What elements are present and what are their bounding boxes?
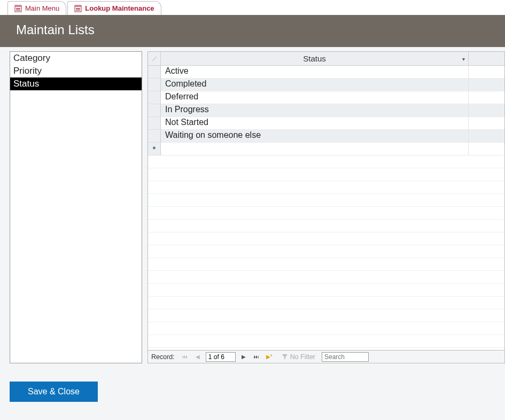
tab-lookup-maintenance[interactable]: Lookup Maintenance: [67, 1, 161, 15]
new-record-row[interactable]: *: [148, 143, 504, 155]
new-record-icon: *: [148, 143, 161, 155]
form-icon: [74, 5, 82, 12]
cell-status[interactable]: Waiting on someone else: [161, 130, 469, 143]
column-filler: [469, 52, 502, 65]
record-label: Record:: [151, 353, 175, 361]
svg-rect-6: [76, 8, 80, 9]
row-selector[interactable]: [148, 66, 161, 79]
main-area: Category Priority Status Status ▾ Active: [0, 47, 505, 363]
column-header-label: Status: [303, 54, 326, 63]
list-selector: Category Priority Status: [10, 51, 142, 363]
cell-status-new[interactable]: [161, 143, 469, 155]
cell-status[interactable]: In Progress: [161, 104, 469, 117]
column-header-status[interactable]: Status ▾: [161, 52, 469, 65]
cell-status[interactable]: Deferred: [161, 91, 469, 104]
first-record-button[interactable]: ⏮: [180, 352, 190, 362]
svg-rect-2: [16, 8, 20, 9]
form-icon: [14, 5, 22, 12]
footer: Save & Close: [0, 363, 505, 402]
table-row[interactable]: Waiting on someone else: [148, 130, 504, 143]
sidebar-item-status[interactable]: Status: [10, 77, 142, 90]
tab-label: Lookup Maintenance: [85, 4, 154, 12]
page-header: Maintain Lists: [0, 15, 505, 47]
last-record-button[interactable]: ⏭: [252, 352, 261, 362]
cell-status[interactable]: Completed: [161, 79, 469, 91]
record-navigation: Record: ⏮ ◀ ▶ ⏭ ▶* No Filter: [148, 350, 504, 363]
new-record-button[interactable]: ▶*: [265, 352, 274, 362]
table-row[interactable]: In Progress: [148, 104, 504, 117]
grid-body: Active Completed Deferred In Progress: [148, 66, 504, 350]
page-title: Maintain Lists: [16, 22, 95, 37]
svg-rect-5: [75, 5, 81, 7]
svg-rect-1: [15, 5, 21, 7]
tab-main-menu[interactable]: Main Menu: [7, 1, 66, 15]
sidebar-item-priority[interactable]: Priority: [10, 65, 142, 77]
table-row[interactable]: Not Started: [148, 117, 504, 130]
record-position-input[interactable]: [206, 352, 236, 362]
save-and-close-button[interactable]: Save & Close: [10, 382, 98, 402]
row-selector[interactable]: [148, 117, 161, 130]
prev-record-button[interactable]: ◀: [193, 352, 203, 362]
filter-indicator[interactable]: No Filter: [282, 353, 315, 361]
next-record-button[interactable]: ▶: [239, 352, 248, 362]
svg-rect-7: [76, 10, 80, 11]
tab-label: Main Menu: [25, 4, 59, 12]
cell-status[interactable]: Active: [161, 66, 469, 79]
table-row[interactable]: Deferred: [148, 91, 504, 104]
data-grid-panel: Status ▾ Active Completed: [147, 51, 505, 363]
row-selector[interactable]: [148, 79, 161, 91]
cell-status[interactable]: Not Started: [161, 117, 469, 130]
table-row[interactable]: Completed: [148, 79, 504, 91]
table-row[interactable]: Active: [148, 66, 504, 79]
grid-header-row: Status ▾: [148, 52, 504, 66]
chevron-down-icon[interactable]: ▾: [462, 56, 465, 61]
row-selector[interactable]: [148, 104, 161, 117]
funnel-icon: [282, 354, 288, 360]
no-filter-label: No Filter: [290, 353, 315, 361]
svg-rect-3: [16, 10, 20, 11]
select-all-corner[interactable]: [148, 52, 161, 65]
row-selector[interactable]: [148, 91, 161, 104]
tab-strip: Main Menu Lookup Maintenance: [0, 0, 505, 15]
row-selector[interactable]: [148, 130, 161, 143]
sidebar-item-category[interactable]: Category: [10, 52, 142, 65]
search-input[interactable]: [322, 352, 369, 362]
